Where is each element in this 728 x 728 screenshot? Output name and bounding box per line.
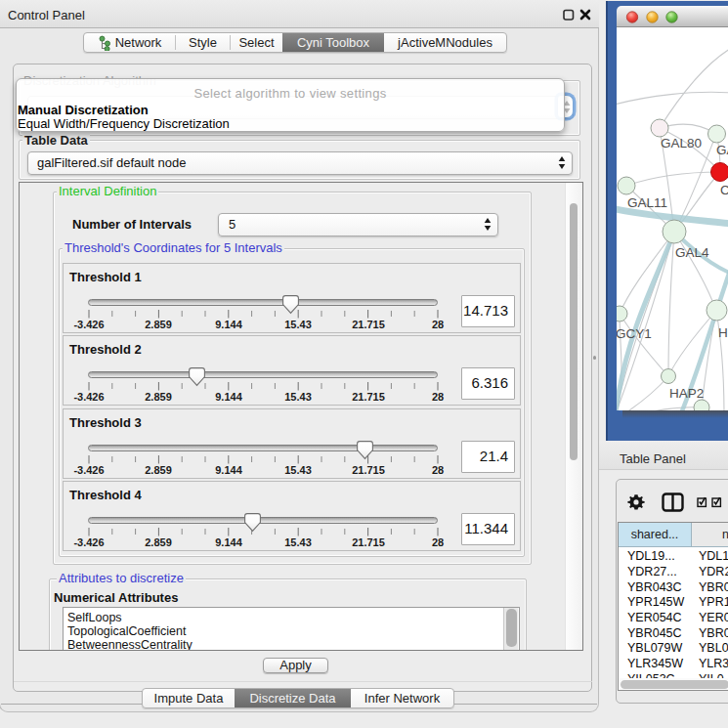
svg-text:GAL80: GAL80 [661,136,702,150]
svg-text:C: C [720,183,728,197]
svg-text:GAL4: GAL4 [675,245,709,260]
svg-text:HAP2: HAP2 [669,386,704,401]
svg-text:H: H [718,325,728,340]
svg-text:GCY1: GCY1 [617,326,652,341]
svg-text:GAL11: GAL11 [627,195,667,210]
svg-text:GA: GA [716,143,728,157]
